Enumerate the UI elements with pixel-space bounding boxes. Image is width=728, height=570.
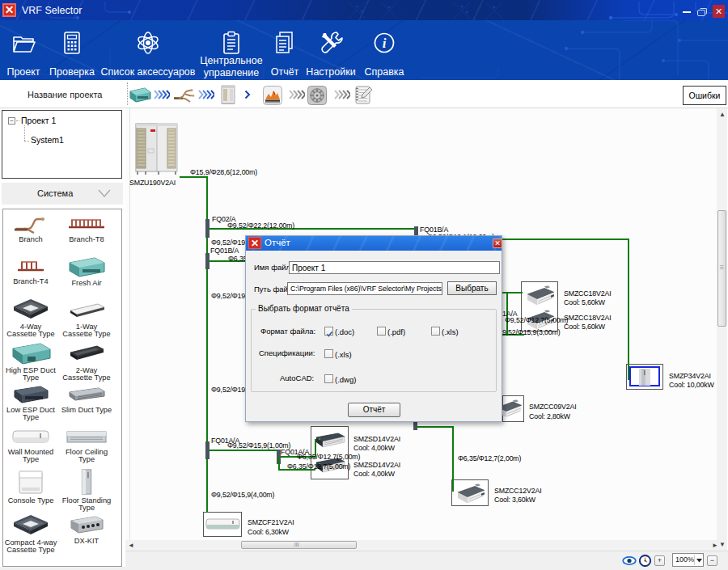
svg-text:i: i bbox=[383, 36, 387, 51]
